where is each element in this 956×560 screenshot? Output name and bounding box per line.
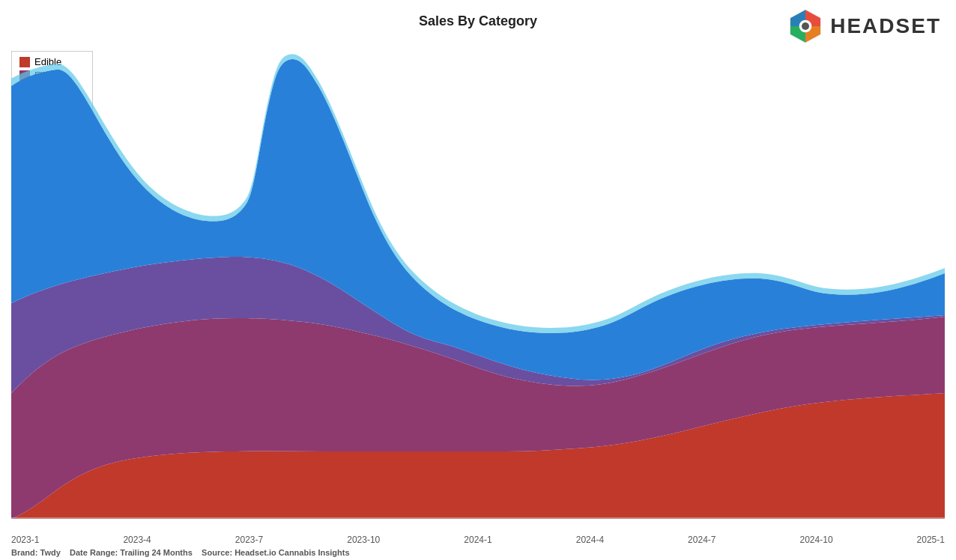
x-label-2023-1: 2023-1 — [11, 535, 39, 545]
chart-container: HEADSET Sales By Category Edible Flower … — [0, 0, 956, 560]
x-label-2023-10: 2023-10 — [347, 535, 380, 545]
brand-label: Brand: — [11, 548, 37, 557]
date-range-label: Date Range: — [70, 548, 118, 557]
x-label-2024-7: 2024-7 — [688, 535, 716, 545]
source-label: Source: — [202, 548, 232, 557]
chart-svg — [11, 41, 945, 519]
date-range-value: Trailing 24 Months — [120, 548, 193, 557]
x-axis-labels: 2023-1 2023-4 2023-7 2023-10 2024-1 2024… — [11, 535, 945, 545]
x-label-2023-7: 2023-7 — [235, 535, 263, 545]
footer-info: Brand: Twdy Date Range: Trailing 24 Mont… — [11, 548, 350, 557]
chart-area — [11, 41, 945, 519]
x-label-2023-4: 2023-4 — [123, 535, 151, 545]
x-label-2024-1: 2024-1 — [464, 535, 491, 545]
source-value: Headset.io Cannabis Insights — [235, 548, 349, 557]
x-label-2025-1: 2025-1 — [917, 535, 945, 545]
x-label-2024-10: 2024-10 — [800, 535, 833, 545]
chart-title: Sales By Category — [0, 13, 956, 29]
brand-value: Twdy — [40, 548, 61, 557]
x-label-2024-4: 2024-4 — [576, 535, 604, 545]
